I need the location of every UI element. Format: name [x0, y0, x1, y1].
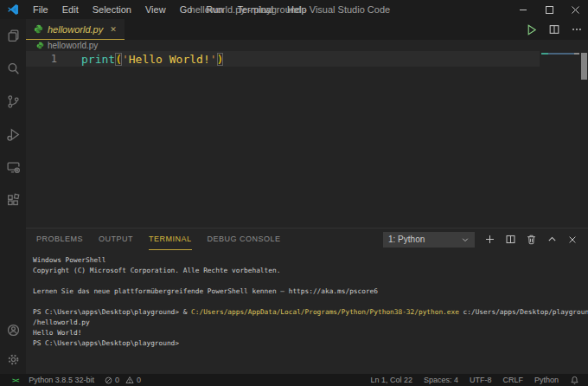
tab-debug-console[interactable]: DEBUG CONSOLE	[208, 228, 281, 250]
token-string: Hello World!	[129, 53, 210, 66]
vscode-logo-icon	[7, 3, 19, 16]
python-interpreter-status[interactable]: Python 3.8.5 32-bit	[29, 376, 94, 384]
run-and-debug-icon[interactable]	[0, 118, 26, 151]
bottom-panel: PROBLEMS OUTPUT TERMINAL DEBUG CONSOLE 1…	[26, 228, 588, 374]
editor-scrollbar[interactable]	[581, 53, 587, 80]
search-icon[interactable]	[0, 52, 26, 85]
title-bar: File Edit Selection View Go Run Terminal…	[0, 0, 588, 19]
python-file-icon	[36, 42, 44, 49]
menu-file[interactable]: File	[26, 0, 55, 19]
more-actions-icon[interactable]	[571, 23, 583, 35]
encoding-status[interactable]: UTF-8	[470, 376, 492, 384]
tab-terminal[interactable]: TERMINAL	[149, 228, 192, 250]
terminal-script-arg: c:/Users/apps/Desktop/playground	[459, 308, 588, 316]
token-close-paren: )	[217, 53, 224, 66]
menu-view[interactable]: View	[138, 0, 173, 19]
remote-indicator-icon[interactable]: ><	[12, 376, 18, 384]
indentation-status[interactable]: Spaces: 4	[424, 376, 458, 384]
status-bar: >< Python 3.8.5 32-bit 0 0 Ln 1, Col 22 …	[0, 374, 588, 386]
terminal-line: Lernen Sie das neue plattformübergreifen…	[33, 286, 588, 297]
minimap[interactable]	[540, 51, 580, 228]
terminal-output[interactable]: Windows PowerShell Copyright (C) Microso…	[26, 250, 588, 374]
terminal-python-path: C:/Users/apps/AppData/Local/Programs/Pyt…	[191, 308, 459, 316]
source-control-icon[interactable]	[0, 85, 26, 118]
terminal-command-line: PS C:\Users\apps\Desktop\playground> & C…	[33, 307, 588, 318]
tab-helloworld[interactable]: helloworld.py ✕	[26, 19, 125, 40]
notifications-bell-icon[interactable]	[570, 376, 579, 385]
minimap-code-line	[541, 53, 579, 55]
minimize-button[interactable]	[510, 0, 536, 19]
chevron-down-icon	[461, 235, 470, 244]
terminal-prompt: PS C:\Users\apps\Desktop\playground>	[33, 338, 588, 349]
terminal-program-output: Hello World!	[33, 328, 588, 338]
tab-output[interactable]: OUTPUT	[99, 228, 133, 250]
terminal-selector-value: 1: Python	[388, 235, 425, 244]
token-open-quote: '	[122, 53, 129, 66]
breadcrumb-file-label: helloworld.py	[48, 41, 98, 50]
error-icon	[105, 376, 112, 384]
settings-gear-icon[interactable]	[0, 344, 26, 374]
token-close-quote: '	[210, 53, 217, 66]
eol-status[interactable]: CRLF	[502, 376, 523, 384]
activity-bar	[0, 19, 26, 374]
terminal-wrapped-line: /helloworld.py	[33, 318, 588, 328]
warning-count: 0	[137, 376, 141, 384]
split-terminal-icon[interactable]	[505, 234, 516, 245]
token-function: print	[81, 53, 115, 66]
window-controls	[510, 0, 588, 19]
python-file-icon	[34, 24, 43, 34]
close-panel-icon[interactable]	[567, 235, 578, 245]
run-python-file-button[interactable]	[525, 23, 538, 36]
terminal-prompt-text: PS C:\Users\apps\Desktop\playground> &	[33, 308, 191, 316]
split-editor-icon[interactable]	[548, 23, 560, 35]
remote-explorer-icon[interactable]	[0, 151, 26, 183]
explorer-icon[interactable]	[0, 19, 26, 52]
terminal-line: Windows PowerShell	[33, 255, 588, 266]
close-button[interactable]	[562, 0, 588, 19]
error-count: 0	[115, 376, 119, 384]
panel-header: PROBLEMS OUTPUT TERMINAL DEBUG CONSOLE 1…	[26, 228, 588, 250]
token-open-paren: (	[115, 53, 122, 66]
maximize-panel-chevron-icon[interactable]	[546, 234, 558, 245]
new-terminal-icon[interactable]	[484, 234, 495, 245]
menu-edit[interactable]: Edit	[55, 0, 86, 19]
tab-close-icon[interactable]: ✕	[110, 25, 117, 34]
terminal-blank-line	[33, 276, 588, 286]
terminal-blank-line	[33, 297, 588, 307]
tab-label: helloworld.py	[48, 24, 103, 35]
kill-terminal-trash-icon[interactable]	[526, 234, 537, 245]
cursor-position-status[interactable]: Ln 1, Col 22	[370, 376, 412, 384]
activity-bar-spacer	[0, 216, 26, 315]
warning-icon	[125, 376, 134, 384]
code-line-1: 1 print('Hello World!')	[26, 51, 540, 67]
terminal-selector-dropdown[interactable]: 1: Python	[383, 232, 475, 248]
language-mode-status[interactable]: Python	[534, 376, 559, 384]
account-icon[interactable]	[0, 315, 26, 344]
line-number: 1	[26, 53, 57, 65]
maximize-button[interactable]	[536, 0, 562, 19]
menu-selection[interactable]: Selection	[86, 0, 138, 19]
editor-tab-bar: helloworld.py ✕	[26, 19, 588, 40]
terminal-line: Copyright (C) Microsoft Corporation. All…	[33, 266, 588, 276]
code-text: print('Hello World!')	[81, 53, 223, 66]
problems-status[interactable]: 0 0	[105, 376, 141, 384]
window-title: helloworld.py - playground - Visual Stud…	[190, 4, 391, 15]
extensions-icon[interactable]	[0, 183, 26, 216]
breadcrumb[interactable]: helloworld.py	[26, 40, 588, 51]
tab-problems[interactable]: PROBLEMS	[36, 228, 83, 250]
code-editor[interactable]: 1 print('Hello World!')	[26, 51, 588, 228]
